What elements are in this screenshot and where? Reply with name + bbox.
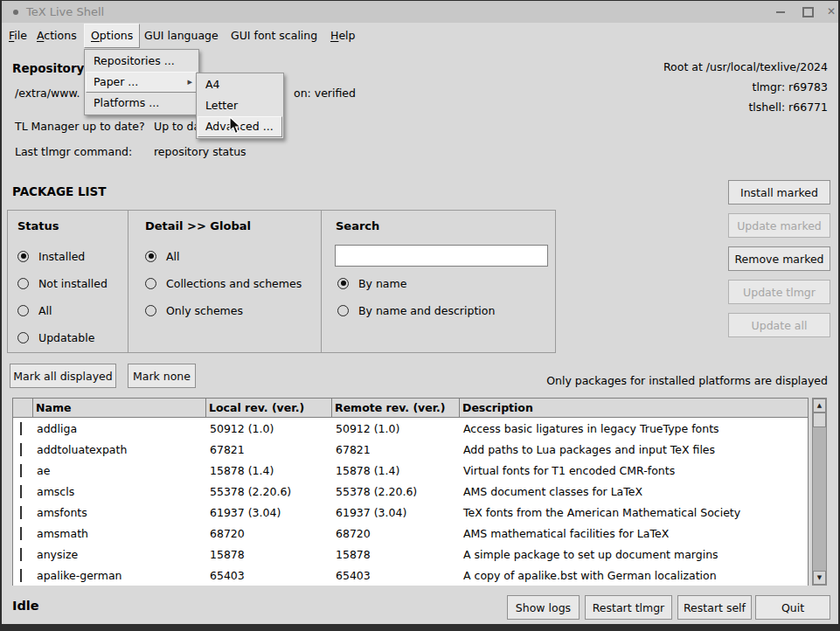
status-text: Idle xyxy=(12,599,39,613)
cell-local: 50912 (1.0) xyxy=(206,422,332,435)
titlebar[interactable]: TeX Live Shell ✕ xyxy=(2,1,838,23)
cell-remote: 15878 xyxy=(332,548,460,561)
maximize-icon[interactable] xyxy=(802,7,814,17)
filter-divider-1 xyxy=(128,210,128,353)
cell-remote: 55378 (2.20.6) xyxy=(332,485,460,498)
menu-gui-language[interactable]: GUI language xyxy=(141,23,222,48)
cell-remote: 67821 xyxy=(332,443,460,456)
table-row[interactable]: anysize 15878 15878 A simple package to … xyxy=(13,544,808,565)
restart-tlmgr-button[interactable]: Restart tlmgr xyxy=(585,595,672,620)
table-row[interactable]: ae 15878 (1.4) 15878 (1.4) Virtual fonts… xyxy=(13,460,808,481)
update-tlmgr-button: Update tlmgr xyxy=(728,280,830,304)
menu-item-paper[interactable]: Paper ... ▸ xyxy=(86,72,198,93)
menu-help[interactable]: Help xyxy=(327,23,359,48)
app-window: TeX Live Shell ✕ File Actions Options GU… xyxy=(0,0,840,631)
checkbox-unchecked-icon[interactable] xyxy=(20,506,22,519)
options-dropdown-menu: Repositories ... Paper ... ▸ Platforms .… xyxy=(84,49,199,115)
row-checkbox-cell xyxy=(13,485,33,498)
close-icon[interactable]: ✕ xyxy=(824,4,838,18)
install-marked-button[interactable]: Install marked xyxy=(728,180,830,205)
mark-none-button[interactable]: Mark none xyxy=(128,364,196,388)
table-row[interactable]: amscls 55378 (2.20.6) 55378 (2.20.6) AMS… xyxy=(13,481,808,502)
tlmgr-version: tlmgr: r69783 xyxy=(753,80,829,94)
radio-status-installed[interactable]: Installed xyxy=(17,250,85,262)
menu-actions[interactable]: Actions xyxy=(33,23,80,48)
cell-description: AMS mathematical facilities for LaTeX xyxy=(460,527,808,540)
submenu-arrow-icon: ▸ xyxy=(187,73,192,92)
menu-gui-font-scaling[interactable]: GUI font scaling xyxy=(227,23,321,48)
root-path: Root at /usr/local/texlive/2024 xyxy=(663,60,828,73)
table-row[interactable]: amsfonts 61937 (3.04) 61937 (3.04) TeX f… xyxy=(13,502,808,523)
radio-icon xyxy=(145,278,156,289)
table-row[interactable]: apalike-german 65403 65403 A copy of apa… xyxy=(13,565,808,586)
cell-local: 61937 (3.04) xyxy=(206,506,332,519)
platforms-note: Only packages for installed platforms ar… xyxy=(546,374,828,387)
menu-item-platforms[interactable]: Platforms ... xyxy=(86,93,198,114)
window-menu-icon[interactable] xyxy=(13,10,18,15)
tlshell-version: tlshell: r66771 xyxy=(748,101,828,114)
table-scrollbar[interactable]: ▲ ▼ xyxy=(812,398,827,586)
checkbox-unchecked-icon[interactable] xyxy=(20,548,22,561)
row-checkbox-cell xyxy=(13,422,33,435)
radio-label: Only schemes xyxy=(166,304,243,317)
radio-icon xyxy=(337,305,349,316)
cell-name: ae xyxy=(33,464,206,477)
menu-item-a4[interactable]: A4 xyxy=(198,74,282,95)
cell-local: 15878 (1.4) xyxy=(206,464,332,477)
menu-options[interactable]: Options xyxy=(84,24,140,48)
table-row[interactable]: addtoluatexpath 67821 67821 Add paths to… xyxy=(13,439,808,460)
checkbox-unchecked-icon[interactable] xyxy=(20,443,22,456)
window-title: TeX Live Shell xyxy=(26,5,104,18)
menu-item-letter[interactable]: Letter xyxy=(198,95,282,116)
radio-status-all[interactable]: All xyxy=(17,304,52,316)
minimize-icon[interactable] xyxy=(776,11,785,13)
scroll-up-icon[interactable]: ▲ xyxy=(813,399,826,413)
radio-status-not-installed[interactable]: Not installed xyxy=(17,277,108,289)
checkbox-unchecked-icon[interactable] xyxy=(20,569,22,582)
table-row[interactable]: addliga 50912 (1.0) 50912 (1.0) Access b… xyxy=(13,418,808,439)
cell-name: amsfonts xyxy=(33,506,206,519)
cell-name: apalike-german xyxy=(33,569,206,582)
tl-manager-label: TL Manager up to date? xyxy=(15,120,145,133)
mark-all-displayed-button[interactable]: Mark all displayed xyxy=(10,364,116,388)
checkbox-unchecked-icon[interactable] xyxy=(20,527,22,540)
radio-detail-collections[interactable]: Collections and schemes xyxy=(145,277,302,289)
cell-name: addliga xyxy=(33,422,206,435)
radio-icon xyxy=(17,305,29,316)
radio-icon xyxy=(17,278,29,289)
row-checkbox-cell xyxy=(13,443,33,456)
radio-label: By name xyxy=(358,277,406,290)
radio-status-updatable[interactable]: Updatable xyxy=(17,331,94,343)
scroll-down-icon[interactable]: ▼ xyxy=(813,571,826,585)
checkbox-unchecked-icon[interactable] xyxy=(20,464,22,477)
cell-description: TeX fonts from the American Mathematical… xyxy=(460,506,808,519)
radio-detail-all[interactable]: All xyxy=(145,250,180,262)
radio-search-by-name-description[interactable]: By name and description xyxy=(337,304,495,316)
show-logs-button[interactable]: Show logs xyxy=(507,595,580,620)
row-checkbox-cell xyxy=(13,548,33,561)
scrollbar-thumb[interactable] xyxy=(813,413,826,427)
table-row[interactable]: amsmath 68720 68720 AMS mathematical fac… xyxy=(13,523,808,544)
menu-item-repositories[interactable]: Repositories ... xyxy=(86,51,198,72)
mouse-cursor xyxy=(229,116,243,139)
radio-search-by-name[interactable]: By name xyxy=(337,277,406,289)
search-group-label: Search xyxy=(336,219,379,232)
radio-label: All xyxy=(38,304,52,317)
restart-self-button[interactable]: Restart self xyxy=(677,595,752,620)
cell-description: Access basic ligatures in legacy TrueTyp… xyxy=(460,422,808,435)
search-input[interactable] xyxy=(335,245,548,267)
header-checkbox-column xyxy=(13,399,33,418)
cell-name: addtoluatexpath xyxy=(33,443,206,456)
remove-marked-button[interactable]: Remove marked xyxy=(728,246,830,271)
menubar: File Actions Options GUI language GUI fo… xyxy=(2,23,838,48)
checkbox-unchecked-icon[interactable] xyxy=(20,485,22,498)
radio-selected-icon xyxy=(337,278,349,289)
radio-detail-only-schemes[interactable]: Only schemes xyxy=(145,304,243,316)
menu-file[interactable]: File xyxy=(5,23,31,48)
quit-button[interactable]: Quit xyxy=(755,595,830,620)
radio-icon xyxy=(17,332,29,343)
repository-verification: on: verified xyxy=(294,87,356,100)
menu-item-label: Paper ... xyxy=(94,75,138,88)
package-table: Name Local rev. (ver.) Remote rev. (ver.… xyxy=(12,398,809,586)
checkbox-unchecked-icon[interactable] xyxy=(20,422,22,435)
